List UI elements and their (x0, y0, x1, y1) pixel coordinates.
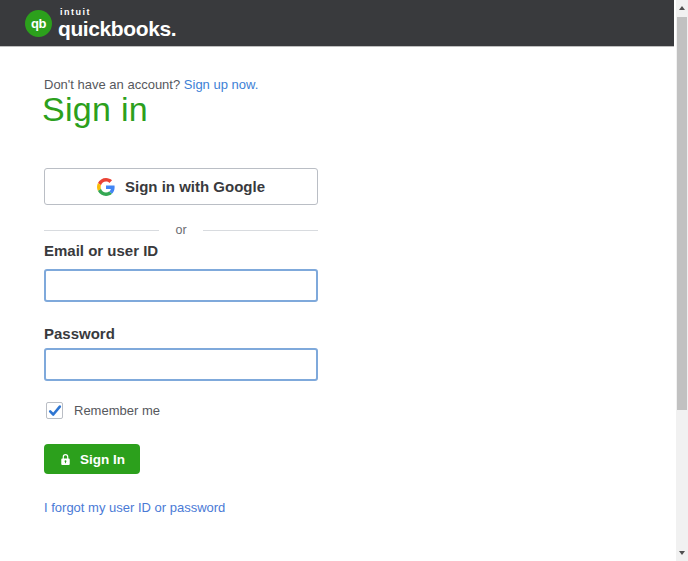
scrollbar-down-button[interactable] (676, 545, 688, 561)
scroll-up-arrow-icon (679, 6, 685, 10)
signup-link[interactable]: Sign up now. (184, 77, 258, 92)
intuit-label: intuit (60, 8, 176, 17)
qb-logo-icon: qb (25, 10, 52, 37)
password-label: Password (44, 325, 115, 342)
remember-me-label: Remember me (74, 403, 160, 418)
divider-or-label: or (175, 223, 186, 237)
brand-wordmark: intuit quickbooks. (58, 8, 176, 39)
google-signin-button[interactable]: Sign in with Google (44, 168, 318, 205)
divider-line-left (44, 230, 159, 231)
password-input[interactable] (44, 348, 318, 381)
lock-icon (59, 453, 72, 466)
forgot-credentials-link[interactable]: I forgot my user ID or password (44, 500, 225, 515)
vertical-scrollbar[interactable] (676, 0, 688, 561)
remember-me-row[interactable]: Remember me (46, 402, 160, 419)
sign-in-button[interactable]: Sign In (44, 444, 140, 474)
app-header: qb intuit quickbooks. (0, 0, 674, 46)
scrollbar-up-button[interactable] (676, 0, 688, 16)
divider-line-right (203, 230, 318, 231)
scroll-down-arrow-icon (679, 551, 685, 555)
remember-me-checkbox[interactable] (46, 402, 63, 419)
google-signin-label: Sign in with Google (125, 178, 265, 195)
quickbooks-label: quickbooks. (58, 18, 176, 39)
or-divider: or (44, 222, 318, 238)
page-title: Sign in (42, 90, 148, 129)
scrollbar-thumb[interactable] (677, 17, 687, 410)
email-input[interactable] (44, 269, 318, 302)
email-label: Email or user ID (44, 242, 158, 259)
checkmark-icon (48, 404, 62, 418)
quickbooks-logo: qb intuit quickbooks. (25, 8, 176, 39)
sign-in-button-label: Sign In (80, 452, 125, 467)
google-g-icon (97, 178, 115, 196)
